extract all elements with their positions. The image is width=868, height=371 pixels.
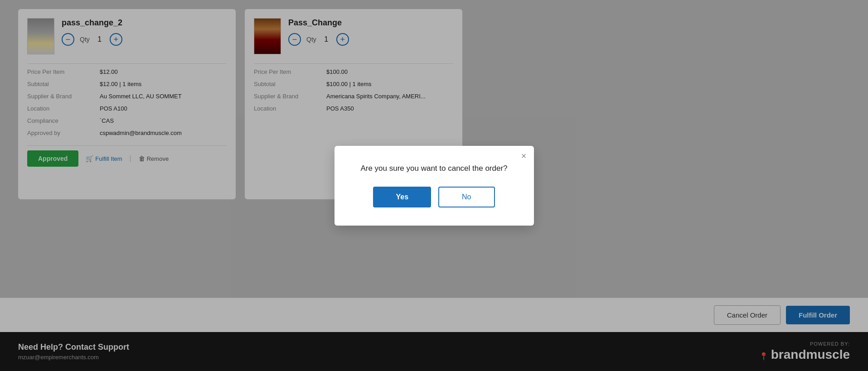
cancel-order-modal: × Are you sure you want to cancel the or… bbox=[335, 146, 534, 226]
modal-close-button[interactable]: × bbox=[521, 151, 527, 160]
modal-buttons: Yes No bbox=[357, 187, 511, 207]
modal-message: Are you sure you want to cancel the orde… bbox=[357, 164, 511, 173]
modal-overlay[interactable]: × Are you sure you want to cancel the or… bbox=[0, 0, 868, 371]
modal-no-button[interactable]: No bbox=[438, 187, 495, 207]
modal-yes-button[interactable]: Yes bbox=[373, 187, 431, 207]
